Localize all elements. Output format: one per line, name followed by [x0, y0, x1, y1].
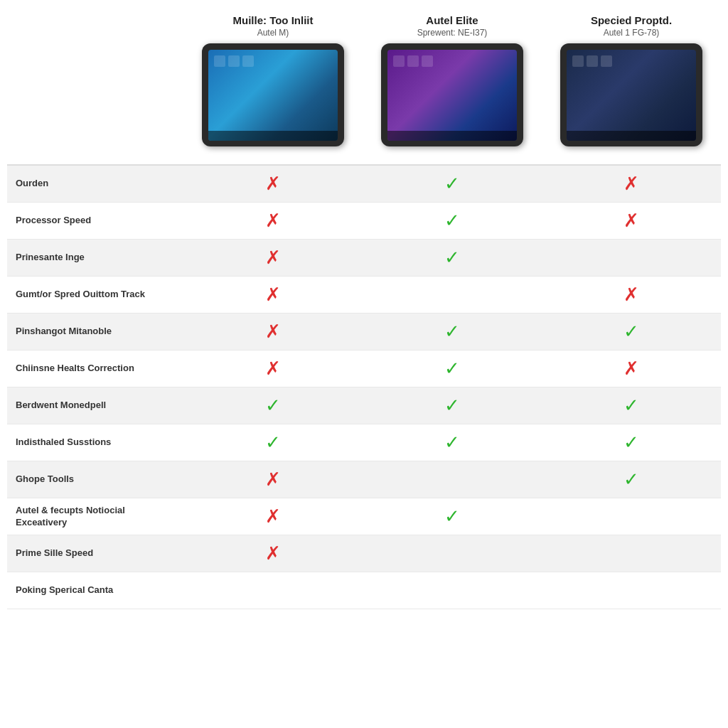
- check-cell-r10-c2: ✓: [363, 501, 542, 532]
- feature-name-10: Autel & fecupts Notiocial Exceativery: [7, 499, 183, 535]
- table-row: Ghope Toolls✗✓: [7, 461, 721, 498]
- check-cell-r11-c1: ✗: [183, 538, 363, 569]
- check-cell-r3-c2: ✓: [363, 242, 542, 273]
- check-cell-r4-c3: ✗: [542, 279, 721, 310]
- check-cell-r5-c1: ✗: [183, 316, 363, 347]
- product-title-3: Specied Proptd.: [549, 14, 714, 26]
- product-subtitle-2: Sprewent: NE-I37): [370, 28, 535, 38]
- table-row: Ourden✗✓✗: [7, 166, 721, 203]
- check-cell-r12-c1: [183, 587, 363, 595]
- table-row: Chiinsne Healts Correction✗✓✗: [7, 350, 721, 387]
- check-cell-r7-c3: ✓: [542, 390, 721, 421]
- check-cell-r12-c2: [363, 587, 542, 595]
- check-cell-r12-c3: [542, 587, 721, 595]
- feature-name-1: Ourden: [7, 172, 183, 196]
- table-row: Berdwent Monedpell✓✓✓: [7, 387, 721, 424]
- check-cell-r11-c2: [363, 550, 542, 558]
- product-col-1: Muille: Too InliitAutel M): [183, 14, 363, 157]
- table-row: Autel & fecupts Notiocial Exceativery✗✓: [7, 498, 721, 535]
- table-row: Processor Speed✗✓✗: [7, 203, 721, 240]
- table-row: Pinshangot Mitanoble✗✓✓: [7, 314, 721, 350]
- check-cell-r6-c2: ✓: [363, 353, 542, 384]
- feature-name-4: Gumt/or Spred Ouittom Track: [7, 283, 183, 306]
- check-cell-r3-c1: ✗: [183, 242, 363, 273]
- check-cell-r8-c3: ✓: [542, 427, 721, 458]
- feature-name-8: Indisthaled Susstions: [7, 431, 183, 454]
- check-cell-r9-c1: ✗: [183, 464, 363, 495]
- check-cell-r9-c2: [363, 476, 542, 484]
- product-col-2: Autel EliteSprewent: NE-I37): [363, 14, 542, 157]
- check-cell-r1-c3: ✗: [542, 168, 721, 199]
- check-cell-r10-c3: [542, 513, 721, 521]
- check-cell-r2-c1: ✗: [183, 205, 363, 236]
- check-cell-r1-c1: ✗: [183, 168, 363, 199]
- check-cell-r7-c1: ✓: [183, 390, 363, 421]
- check-cell-r2-c3: ✗: [542, 205, 721, 236]
- tablet-image-2: [374, 43, 530, 157]
- table-row: Poking Sperical Canta: [7, 572, 721, 609]
- feature-name-2: Processor Speed: [7, 209, 183, 232]
- check-cell-r6-c1: ✗: [183, 353, 363, 384]
- product-subtitle-3: Autel 1 FG-78): [549, 28, 714, 38]
- tablet-image-3: [553, 43, 710, 157]
- feature-name-7: Berdwent Monedpell: [7, 394, 183, 417]
- feature-name-5: Pinshangot Mitanoble: [7, 320, 183, 343]
- check-cell-r5-c2: ✓: [363, 316, 542, 347]
- feature-name-6: Chiinsne Healts Correction: [7, 357, 183, 380]
- check-cell-r4-c1: ✗: [183, 279, 363, 310]
- product-subtitle-1: Autel M): [191, 28, 355, 38]
- tablet-image-1: [195, 43, 351, 157]
- product-title-2: Autel Elite: [370, 14, 535, 26]
- table-row: Indisthaled Susstions✓✓✓: [7, 424, 721, 461]
- check-cell-r2-c2: ✓: [363, 205, 542, 236]
- product-col-3: Specied Proptd.Autel 1 FG-78): [542, 14, 721, 157]
- data-rows: Ourden✗✓✗Processor Speed✗✓✗Prinesante In…: [7, 166, 721, 609]
- check-cell-r8-c2: ✓: [363, 427, 542, 458]
- table-row: Gumt/or Spred Ouittom Track✗✗: [7, 277, 721, 314]
- table-row: Prime Sille Speed✗: [7, 535, 721, 572]
- product-title-1: Muille: Too Inliit: [191, 14, 355, 26]
- check-cell-r10-c1: ✗: [183, 501, 363, 532]
- check-cell-r11-c3: [542, 550, 721, 558]
- feature-name-11: Prime Sille Speed: [7, 542, 183, 565]
- check-cell-r9-c3: ✓: [542, 464, 721, 495]
- feature-name-3: Prinesante Inge: [7, 246, 183, 269]
- check-cell-r8-c1: ✓: [183, 427, 363, 458]
- check-cell-r4-c2: [363, 291, 542, 299]
- check-cell-r3-c3: [542, 254, 721, 262]
- feature-name-12: Poking Sperical Canta: [7, 579, 183, 602]
- feature-name-9: Ghope Toolls: [7, 468, 183, 491]
- table-row: Prinesante Inge✗✓: [7, 240, 721, 277]
- check-cell-r6-c3: ✗: [542, 353, 721, 384]
- check-cell-r5-c3: ✓: [542, 316, 721, 347]
- check-cell-r1-c2: ✓: [363, 168, 542, 199]
- check-cell-r7-c2: ✓: [363, 390, 542, 421]
- header-row: Muille: Too InliitAutel M)Autel EliteSpr…: [7, 14, 721, 157]
- comparison-table: Muille: Too InliitAutel M)Autel EliteSpr…: [0, 0, 728, 623]
